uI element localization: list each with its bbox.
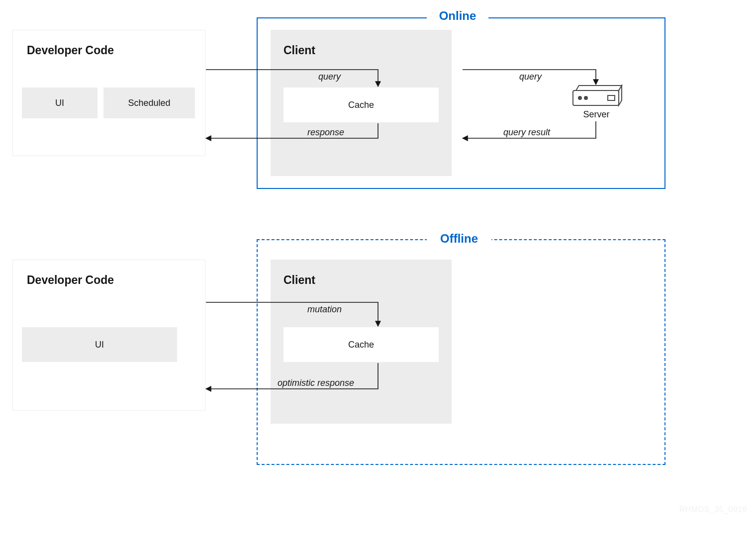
watermark: RHMDS_35_0919 xyxy=(679,505,747,514)
label-online-response: response xyxy=(307,127,344,138)
online-label: Online xyxy=(427,9,488,23)
online-server-label: Server xyxy=(579,109,614,120)
online-scheduled-chip: Scheduled xyxy=(103,88,195,118)
online-cache-box: Cache xyxy=(284,88,439,122)
offline-client-title: Client xyxy=(284,273,315,287)
offline-label: Offline xyxy=(427,232,491,246)
label-offline-mutation: mutation xyxy=(307,304,342,315)
offline-developer-title: Developer Code xyxy=(27,273,114,287)
online-client-title: Client xyxy=(284,44,315,57)
label-offline-optimistic: optimistic response xyxy=(278,378,354,388)
offline-ui-chip: UI xyxy=(22,327,177,362)
label-online-query-cache: query xyxy=(318,72,341,82)
online-developer-title: Developer Code xyxy=(27,44,114,57)
label-online-query-server: query xyxy=(519,72,542,82)
label-online-query-result: query result xyxy=(503,127,550,138)
offline-cache-box: Cache xyxy=(284,327,439,362)
online-ui-chip: UI xyxy=(22,88,97,118)
